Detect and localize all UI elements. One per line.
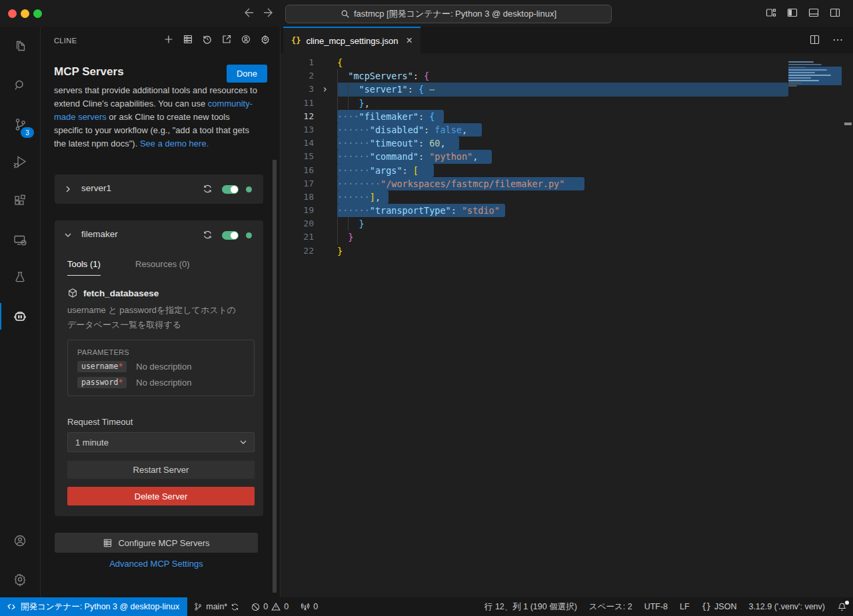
explorer-icon[interactable] bbox=[0, 30, 39, 62]
chevron-right-icon[interactable] bbox=[64, 185, 72, 193]
toggle-panel-icon[interactable] bbox=[808, 7, 820, 19]
search-icon[interactable] bbox=[0, 69, 39, 101]
history-icon[interactable] bbox=[202, 34, 213, 45]
tab-tools[interactable]: Tools (1) bbox=[67, 259, 101, 276]
accounts-icon[interactable] bbox=[0, 525, 39, 557]
command-center-search[interactable]: fastmcp [開発コンテナー: Python 3 @ desktop-lin… bbox=[285, 5, 612, 23]
line-number-gutter[interactable]: 2 bbox=[281, 69, 337, 83]
code-line[interactable]: 19······"transportType": "stdio" bbox=[281, 204, 853, 217]
encoding-item[interactable]: UTF-8 bbox=[638, 597, 674, 616]
code-line[interactable]: 3› "server1": { ⋯ bbox=[281, 83, 853, 96]
line-number-gutter[interactable]: 18 bbox=[281, 190, 337, 204]
eol-item[interactable]: LF bbox=[674, 597, 696, 616]
code-editor[interactable]: 1{2 "mcpServers": {3› "server1": { ⋯11 }… bbox=[281, 56, 853, 597]
more-actions-icon[interactable]: ⋯ bbox=[832, 33, 844, 46]
code-text[interactable]: ······"disabled": false, bbox=[337, 123, 853, 137]
done-button[interactable]: Done bbox=[227, 65, 267, 83]
line-number-gutter[interactable]: 20 bbox=[281, 217, 337, 230]
back-arrow-icon[interactable] bbox=[241, 6, 255, 19]
remote-explorer-icon[interactable] bbox=[0, 224, 39, 256]
line-number-gutter[interactable]: 21 bbox=[281, 230, 337, 244]
minimap[interactable] bbox=[788, 60, 842, 93]
line-number-gutter[interactable]: 22 bbox=[281, 244, 337, 258]
code-text[interactable]: ········"/workspaces/fastmcp/filemaker.p… bbox=[337, 177, 853, 190]
minimize-window-button[interactable] bbox=[21, 9, 29, 18]
open-external-icon[interactable] bbox=[221, 34, 232, 45]
code-text[interactable]: { bbox=[337, 56, 853, 69]
restart-server-button[interactable]: Restart Server bbox=[67, 461, 255, 479]
code-text[interactable]: "server1": { ⋯ bbox=[337, 83, 853, 96]
notifications-item[interactable] bbox=[831, 597, 853, 616]
code-line[interactable]: 15······"command": "python", bbox=[281, 150, 853, 163]
advanced-mcp-settings-link[interactable]: Advanced MCP Settings bbox=[55, 559, 258, 569]
split-editor-icon[interactable] bbox=[809, 34, 820, 45]
account-icon[interactable] bbox=[241, 34, 251, 45]
run-debug-icon[interactable] bbox=[0, 146, 39, 178]
restart-sync-icon[interactable] bbox=[203, 230, 213, 240]
code-line[interactable]: 17········"/workspaces/fastmcp/filemaker… bbox=[281, 177, 853, 190]
problems-item[interactable]: 0 0 bbox=[245, 597, 295, 616]
code-text[interactable]: } bbox=[337, 217, 853, 230]
add-server-icon[interactable] bbox=[163, 34, 174, 45]
toggle-secondary-sidebar-icon[interactable] bbox=[829, 7, 841, 19]
code-line[interactable]: 1{ bbox=[281, 56, 853, 69]
code-text[interactable]: } bbox=[337, 244, 853, 258]
fold-chevron-icon[interactable]: › bbox=[322, 83, 328, 96]
cline-icon[interactable] bbox=[0, 300, 39, 332]
line-number-gutter[interactable]: 3› bbox=[281, 83, 337, 96]
mcp-servers-icon[interactable] bbox=[183, 34, 193, 45]
ports-item[interactable]: 0 bbox=[295, 597, 324, 616]
server-enabled-toggle[interactable] bbox=[222, 231, 239, 240]
request-timeout-select[interactable]: 1 minute bbox=[67, 432, 255, 452]
code-line[interactable]: 21 } bbox=[281, 230, 853, 244]
restart-sync-icon[interactable] bbox=[203, 184, 213, 194]
chevron-down-icon[interactable] bbox=[64, 231, 72, 239]
code-text[interactable]: ······"command": "python", bbox=[337, 150, 853, 163]
server-header[interactable]: filemaker bbox=[55, 220, 263, 250]
code-line[interactable]: 2 "mcpServers": { bbox=[281, 69, 853, 83]
settings-gear-icon[interactable] bbox=[0, 563, 39, 595]
code-line[interactable]: 16······"args": [ bbox=[281, 164, 853, 177]
settings-gear-icon[interactable] bbox=[260, 34, 271, 45]
close-window-button[interactable] bbox=[8, 9, 17, 18]
code-text[interactable]: ······"transportType": "stdio" bbox=[337, 204, 853, 217]
line-number-gutter[interactable]: 1 bbox=[281, 56, 337, 69]
code-text[interactable]: "mcpServers": { bbox=[337, 69, 853, 83]
forward-arrow-icon[interactable] bbox=[263, 6, 276, 19]
customize-layout-icon[interactable] bbox=[765, 7, 777, 19]
code-text[interactable]: ····"filemaker": { bbox=[337, 110, 853, 123]
line-number-gutter[interactable]: 12 bbox=[281, 110, 337, 123]
line-number-gutter[interactable]: 16 bbox=[281, 164, 337, 177]
code-line[interactable]: 11 }, bbox=[281, 97, 853, 110]
configure-mcp-servers-button[interactable]: Configure MCP Servers bbox=[55, 533, 258, 553]
line-number-gutter[interactable]: 11 bbox=[281, 97, 337, 110]
code-line[interactable]: 12····"filemaker": { bbox=[281, 110, 853, 123]
indentation-item[interactable]: スペース: 2 bbox=[583, 597, 638, 616]
line-number-gutter[interactable]: 17 bbox=[281, 177, 337, 190]
tab-cline-mcp-settings[interactable]: {} cline_mcp_settings.json × bbox=[283, 27, 421, 53]
language-mode-item[interactable]: {} JSON bbox=[696, 597, 743, 616]
close-icon[interactable]: × bbox=[406, 35, 412, 47]
code-text[interactable]: ······"args": [ bbox=[337, 164, 853, 177]
code-text[interactable]: ······"timeout": 60, bbox=[337, 137, 853, 150]
line-number-gutter[interactable]: 19 bbox=[281, 204, 337, 217]
code-line[interactable]: 14······"timeout": 60, bbox=[281, 137, 853, 150]
source-control-icon[interactable]: 3 bbox=[0, 109, 39, 141]
code-line[interactable]: 18······], bbox=[281, 190, 853, 204]
line-number-gutter[interactable]: 13 bbox=[281, 123, 337, 137]
server-enabled-toggle[interactable] bbox=[222, 185, 239, 194]
line-number-gutter[interactable]: 15 bbox=[281, 150, 337, 163]
testing-icon[interactable] bbox=[0, 261, 39, 293]
code-text[interactable]: }, bbox=[337, 97, 853, 110]
sidebar-scrollbar[interactable] bbox=[273, 160, 277, 593]
code-line[interactable]: 13······"disabled": false, bbox=[281, 123, 853, 137]
code-line[interactable]: 22} bbox=[281, 244, 853, 258]
code-text[interactable]: ······], bbox=[337, 190, 853, 204]
remote-indicator[interactable]: 開発コンテナー: Python 3 @ desktop-linux bbox=[0, 597, 187, 616]
git-branch-item[interactable]: main* bbox=[187, 597, 245, 616]
extensions-icon[interactable] bbox=[0, 184, 39, 216]
demo-link[interactable]: See a demo here. bbox=[140, 139, 209, 149]
cursor-position-item[interactable]: 行 12、列 1 (190 個選択) bbox=[478, 597, 583, 616]
tab-resources[interactable]: Resources (0) bbox=[135, 259, 190, 269]
code-text[interactable]: } bbox=[337, 230, 853, 244]
